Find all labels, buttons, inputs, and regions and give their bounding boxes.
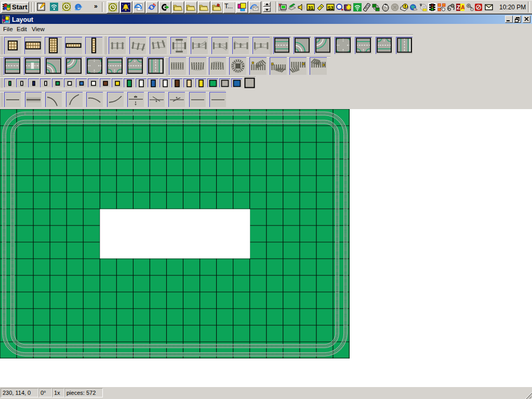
svg-text:Z: Z bbox=[457, 4, 460, 10]
svg-text:IP: IP bbox=[376, 8, 379, 11]
svg-text:31: 31 bbox=[308, 5, 313, 10]
svg-text:A: A bbox=[461, 4, 464, 10]
svg-text:IP: IP bbox=[373, 4, 376, 7]
